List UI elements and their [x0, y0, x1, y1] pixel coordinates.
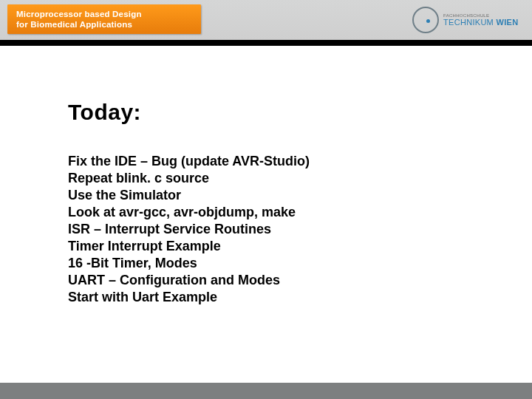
slide-footer-bar	[0, 383, 532, 399]
brand-main-b: WIEN	[496, 18, 518, 27]
header-orange-badge: Microprocessor based Design for Biomedic…	[7, 4, 201, 34]
brand-main-a: TECHNIKUM	[443, 18, 494, 27]
brand-dot-icon	[426, 19, 430, 23]
list-item: Repeat blink. c source	[68, 170, 488, 187]
slide-body: Today: Fix the IDE – Bug (update AVR-Stu…	[68, 100, 488, 306]
course-title-line1: Microprocessor based Design	[16, 9, 192, 19]
brand-text: FACHHOCHSCHULE TECHNIKUM WIEN	[443, 13, 518, 27]
list-item: UART – Configuration and Modes	[68, 272, 488, 289]
brand-logo: FACHHOCHSCHULE TECHNIKUM WIEN	[412, 4, 523, 35]
header-black-bar	[0, 40, 532, 46]
list-item: Timer Interrupt Example	[68, 238, 488, 255]
list-item: ISR – Interrupt Service Routines	[68, 221, 488, 238]
list-item: Look at avr-gcc, avr-objdump, make	[68, 204, 488, 221]
list-item: Fix the IDE – Bug (update AVR-Studio)	[68, 153, 488, 170]
agenda-list: Fix the IDE – Bug (update AVR-Studio) Re…	[68, 153, 488, 306]
brand-mark-icon	[412, 7, 439, 33]
brand-main-text: TECHNIKUM WIEN	[443, 18, 518, 27]
list-item: 16 -Bit Timer, Modes	[68, 255, 488, 272]
course-title-line2: for Biomedical Applications	[16, 19, 192, 30]
slide-title: Today:	[68, 100, 488, 125]
slide: Microprocessor based Design for Biomedic…	[0, 0, 532, 399]
list-item: Start with Uart Example	[68, 289, 488, 306]
slide-header: Microprocessor based Design for Biomedic…	[0, 0, 532, 46]
list-item: Use the Simulator	[68, 187, 488, 204]
